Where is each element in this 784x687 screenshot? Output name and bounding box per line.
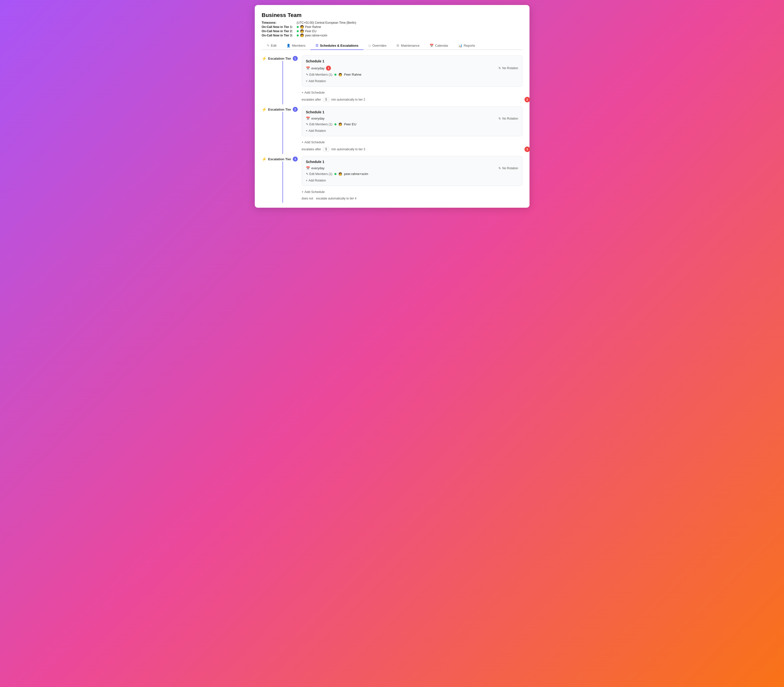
calendar-small-icon-2: 📅 (306, 117, 310, 120)
plus-icon-sched-3: + (302, 190, 304, 194)
tier-1-everyday-label: 📅 everyday 1 (306, 66, 331, 71)
oncall-tier1-label: On-Call Now in Tier 1: (262, 25, 297, 29)
edit-icon-small-2: ✎ (306, 123, 308, 126)
tab-schedules[interactable]: ☰ Schedules & Escalations (310, 42, 363, 50)
tier-2-member-name: Peer EU (344, 122, 356, 126)
tier-3-member-dot (334, 173, 336, 175)
timezone-value: (UTC+01:00) Central European Time (Berli… (297, 21, 356, 25)
tier-2-schedule-title: Schedule 1 (306, 110, 518, 114)
main-card: Business Team Timezone: (UTC+01:00) Cent… (255, 5, 529, 208)
tier-3-content: Schedule 1 📅 everyday ↻ No Rotation ✎ Ed… (302, 155, 522, 203)
tier-3-edit-members-btn[interactable]: ✎ Edit Members (1) (306, 172, 333, 176)
tier-2-header[interactable]: ⚡ Escalation Tier 2 (262, 107, 302, 112)
tier-2-line (282, 112, 283, 154)
edit-icon: ✎ (267, 44, 270, 48)
tier-1-header[interactable]: ⚡ Escalation Tier 1 (262, 56, 302, 61)
edit-icon-small-3: ✎ (306, 172, 308, 176)
reports-icon: 📊 (458, 44, 462, 48)
edit-icon-small: ✎ (306, 73, 308, 76)
tier-2-section: ⚡ Escalation Tier 2 Schedule 1 📅 everyda… (262, 105, 522, 154)
annotation-badge-3-arrow: 3 (524, 146, 530, 152)
tier-3-schedule-1: Schedule 1 📅 everyday ↻ No Rotation ✎ Ed… (302, 156, 522, 186)
tier-1-edit-members-btn[interactable]: ✎ Edit Members (1) (306, 73, 333, 76)
plus-icon-sched-2: + (302, 140, 304, 144)
tier3-status-dot (297, 35, 299, 36)
calendar-icon: 📅 (430, 44, 433, 48)
rotation-icon-2: ↻ (499, 117, 501, 120)
tier-1-member-avatar: 🧑 (338, 73, 342, 76)
tier-2-badge: 2 (293, 107, 298, 112)
tier-1-member-name: Peer Rahne (344, 72, 361, 76)
oncall-tier1-value: 🧑 Peer Rahne (297, 25, 321, 29)
tier-2-everyday-label: 📅 everyday (306, 117, 325, 120)
plus-icon-2: + (306, 129, 308, 133)
tier-3-everyday-row: 📅 everyday ↻ No Rotation (306, 166, 518, 170)
tier-2-members-row: ✎ Edit Members (1) 🧑 Peer EU (306, 122, 518, 126)
rotation-icon-3: ↻ (499, 166, 501, 170)
tier-1-schedule-title: Schedule 1 (306, 59, 518, 63)
tier1-status-dot (297, 26, 299, 28)
calendar-small-icon: 📅 (306, 66, 310, 70)
tier-3-members-row: ✎ Edit Members (1) 🧑 peer.rahne+scim (306, 172, 518, 176)
tier-1-no-rotation-btn[interactable]: ↻ No Rotation (499, 66, 518, 70)
tier-3-everyday-label: 📅 everyday (306, 166, 325, 170)
tab-overrides[interactable]: ◇ Overrides (363, 42, 391, 50)
tier2-status-dot (297, 30, 299, 32)
tier-3-schedule-title: Schedule 1 (306, 160, 518, 164)
tier-2-content: Schedule 1 📅 everyday ↻ No Rotation ✎ Ed… (302, 105, 522, 154)
tier-3-member-name: peer.rahne+scim (344, 172, 368, 176)
schedules-icon: ☰ (315, 44, 318, 48)
tab-bar: ✎ Edit 👤 Members ☰ Schedules & Escalatio… (262, 42, 522, 50)
tier-3-no-rotation-btn[interactable]: ↻ No Rotation (499, 166, 518, 170)
annotation-badge-1: 1 (326, 66, 331, 71)
tier-1-content: Schedule 1 📅 everyday 1 ↻ No Rotation ✎ (302, 54, 522, 104)
page-title: Business Team (262, 12, 522, 18)
tier-2-member-avatar: 🧑 (338, 123, 342, 126)
annotation-badge-2-arrow: 2 (524, 97, 530, 102)
members-icon: 👤 (287, 44, 290, 48)
tier-1-add-schedule-btn[interactable]: + Add Schedule (302, 89, 325, 95)
tier-1-schedule-1: Schedule 1 📅 everyday 1 ↻ No Rotation ✎ (302, 56, 522, 87)
tier-3-add-schedule-btn[interactable]: + Add Schedule (302, 189, 325, 194)
tier-3-escalation-connector: does not escalate automatically to tier … (302, 194, 522, 203)
tier-1-everyday-row: 📅 everyday 1 ↻ No Rotation (306, 66, 518, 71)
tier-2-sidebar: ⚡ Escalation Tier 2 (262, 105, 302, 154)
tab-members[interactable]: 👤 Members (282, 42, 310, 50)
oncall-tier3-label: On-Call Now in Tier 3: (262, 34, 297, 37)
tier3-avatar-icon: 🧑 (300, 33, 304, 37)
oncall-tier3-value: 🧑 peer.rahne+scim (297, 33, 328, 37)
timezone-label: Timezone: (262, 21, 297, 25)
tier-2-no-rotation-btn[interactable]: ↻ No Rotation (499, 117, 518, 120)
tier-1-section: ⚡ Escalation Tier 1 Schedule 1 📅 everyda… (262, 54, 522, 104)
tier-3-header[interactable]: ⚡ Escalation Tier 3 (262, 156, 302, 161)
tier-2-icon: ⚡ (262, 107, 267, 112)
tier-3-member-avatar: 🧑 (338, 172, 342, 176)
plus-icon-3: + (306, 179, 308, 182)
oncall-tier2-value: 🧑 Peer EU (297, 29, 316, 33)
tier-3-add-rotation-btn[interactable]: + Add Rotation (306, 178, 326, 183)
tier-2-add-rotation-btn[interactable]: + Add Rotation (306, 128, 326, 133)
tier-2-schedule-1: Schedule 1 📅 everyday ↻ No Rotation ✎ Ed… (302, 106, 522, 136)
overrides-icon: ◇ (368, 44, 371, 48)
tier1-avatar-icon: 🧑 (300, 25, 304, 29)
plus-icon-sched-1: + (302, 90, 304, 94)
tier-3-section: ⚡ Escalation Tier 3 Schedule 1 📅 everyda… (262, 155, 522, 203)
tier-2-edit-members-btn[interactable]: ✎ Edit Members (1) (306, 123, 333, 126)
tab-maintenance[interactable]: ⚙ Maintenance (391, 42, 424, 50)
tier-2-escalation-connector: escalates after 5 min automatically to t… (302, 145, 522, 154)
tier-1-icon: ⚡ (262, 56, 267, 61)
tier-1-member-dot (334, 74, 336, 76)
tier-3-sidebar: ⚡ Escalation Tier 3 (262, 155, 302, 203)
tier-2-everyday-row: 📅 everyday ↻ No Rotation (306, 117, 518, 120)
rotation-icon: ↻ (499, 66, 501, 70)
tab-calendar[interactable]: 📅 Calendar (425, 42, 453, 50)
tier-1-escalation-connector: escalates after 5 min automatically to t… (302, 95, 522, 104)
tab-edit[interactable]: ✎ Edit (262, 42, 282, 50)
tier-1-badge: 1 (293, 56, 298, 61)
tier-1-members-row: ✎ Edit Members (1) 🧑 Peer Rahne (306, 72, 518, 76)
meta-table: Timezone: (UTC+01:00) Central European T… (262, 21, 522, 37)
tier-2-add-schedule-btn[interactable]: + Add Schedule (302, 139, 325, 145)
tier-1-add-rotation-btn[interactable]: + Add Rotation (306, 78, 326, 84)
tab-reports[interactable]: 📊 Reports (453, 42, 480, 50)
oncall-tier2-label: On-Call Now in Tier 2: (262, 30, 297, 33)
